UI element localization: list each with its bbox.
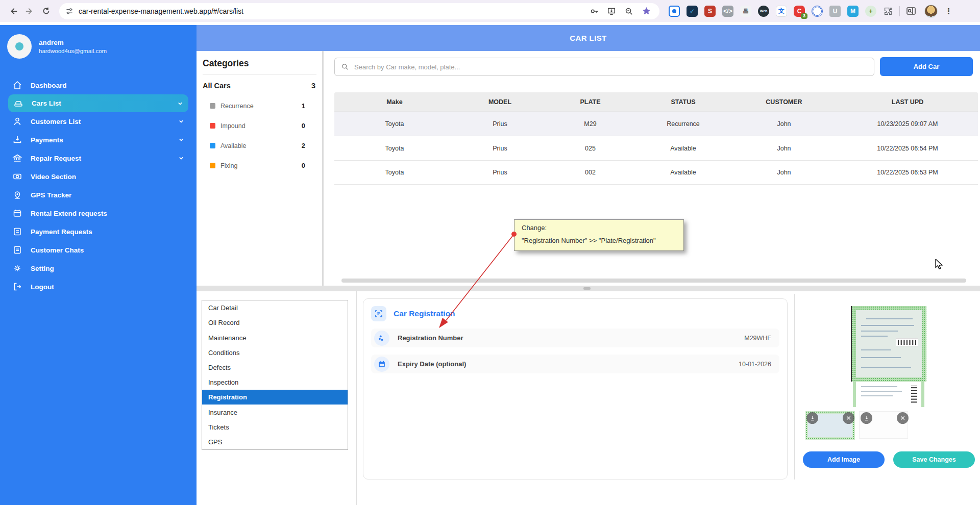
registration-number-row[interactable]: Registration Number M29WHF bbox=[371, 329, 779, 347]
cell-plate: 002 bbox=[545, 169, 635, 176]
extension-check-icon[interactable]: ✓ bbox=[687, 6, 698, 17]
extension-u-icon[interactable]: U bbox=[829, 6, 841, 17]
recurrence-color-swatch bbox=[210, 103, 215, 109]
extensions-puzzle-icon[interactable] bbox=[883, 6, 893, 16]
url-bar[interactable]: car-rental-expense-management.web.app/#/… bbox=[59, 3, 659, 19]
dots-icon bbox=[374, 331, 389, 346]
document-icon bbox=[12, 226, 22, 237]
extension-ring-icon[interactable] bbox=[812, 6, 823, 17]
url-text[interactable]: car-rental-expense-management.web.app/#/… bbox=[79, 7, 590, 15]
cell-customer: John bbox=[731, 169, 837, 176]
tab-defects[interactable]: Defects bbox=[202, 360, 348, 375]
user-profile[interactable]: andrem hardwood4us@gmail.com bbox=[0, 25, 197, 68]
all-cars-count: 3 bbox=[311, 82, 315, 90]
site-settings-icon[interactable] bbox=[65, 7, 74, 15]
tab-tickets[interactable]: Tickets bbox=[202, 420, 348, 435]
tab-registration[interactable]: Registration bbox=[202, 390, 348, 405]
tab-gps[interactable]: GPS bbox=[202, 435, 348, 449]
extension-plus-icon[interactable]: + bbox=[865, 6, 876, 17]
sidebar-item-repair-request[interactable]: Repair Request bbox=[0, 149, 197, 167]
sidebar-item-gps-tracker[interactable]: GPS Tracker bbox=[0, 186, 197, 204]
split-divider-handle[interactable] bbox=[583, 287, 591, 290]
sidebar-item-label: Repair Request bbox=[31, 155, 81, 162]
chevron-down-icon[interactable] bbox=[177, 117, 185, 125]
side-panel-search-icon[interactable] bbox=[906, 6, 916, 16]
tab-conditions[interactable]: Conditions bbox=[202, 345, 348, 360]
category-label: Impound bbox=[220, 122, 246, 130]
registration-document-preview[interactable] bbox=[851, 306, 926, 407]
remove-thumbnail-2-button[interactable] bbox=[897, 412, 909, 424]
sidebar-item-logout[interactable]: Logout bbox=[0, 277, 197, 296]
table-row[interactable]: Toyota Prius 025 Available John 10/22/20… bbox=[334, 136, 978, 160]
receipt-barcode bbox=[911, 385, 917, 403]
remove-thumbnail-1-button[interactable] bbox=[843, 412, 854, 424]
all-cars-label: All Cars bbox=[203, 82, 231, 90]
person-icon bbox=[12, 116, 22, 127]
category-fixing[interactable]: Fixing 0 bbox=[210, 162, 305, 169]
sidebar-item-cars-list[interactable]: Cars List bbox=[8, 94, 188, 112]
category-impound[interactable]: Impound 0 bbox=[210, 122, 305, 130]
gear-icon bbox=[12, 263, 22, 273]
chevron-down-icon[interactable] bbox=[177, 154, 185, 162]
category-recurrence[interactable]: Recurrence 1 bbox=[210, 102, 305, 110]
extension-code-icon[interactable]: </> bbox=[722, 6, 733, 17]
logout-icon bbox=[12, 282, 22, 292]
expiry-date-row[interactable]: Expiry Date (optional) 10-01-2026 bbox=[371, 355, 779, 373]
certificate-image bbox=[851, 306, 926, 382]
table-row[interactable]: Toyota Prius M29 Recurrence John 10/23/2… bbox=[334, 111, 978, 136]
chevron-down-icon[interactable] bbox=[176, 99, 184, 108]
download-thumbnail-2-button[interactable] bbox=[861, 412, 872, 424]
extension-c-badge-icon[interactable]: C3 bbox=[794, 6, 805, 17]
tab-maintenance[interactable]: Maintenance bbox=[202, 330, 348, 345]
forward-button[interactable] bbox=[21, 3, 38, 19]
tab-inspection[interactable]: Inspection bbox=[202, 375, 348, 390]
sidebar-item-label: Dashboard bbox=[31, 82, 67, 89]
chevron-down-icon[interactable] bbox=[177, 136, 185, 144]
tab-oil-record[interactable]: Oil Record bbox=[202, 315, 348, 330]
extension-dot-icon[interactable] bbox=[669, 6, 680, 17]
extension-seo-icon[interactable]: S bbox=[704, 6, 716, 17]
sidebar-item-payment-requests[interactable]: Payment Requests bbox=[0, 222, 197, 241]
install-app-icon[interactable] bbox=[607, 7, 616, 16]
browser-menu-kebab-icon[interactable]: ⋮ bbox=[945, 7, 952, 16]
tab-insurance[interactable]: Insurance bbox=[202, 405, 348, 419]
car-search-input[interactable]: Search by Car make, model, plate... bbox=[334, 58, 874, 76]
sidebar-item-video-section[interactable]: Video Section bbox=[0, 167, 197, 186]
search-placeholder: Search by Car make, model, plate... bbox=[354, 63, 460, 71]
category-available[interactable]: Available 2 bbox=[210, 142, 305, 149]
sidebar-item-customer-chats[interactable]: Customer Chats bbox=[0, 241, 197, 259]
extension-web-icon[interactable]: Web bbox=[758, 6, 769, 17]
table-row[interactable]: Toyota Prius 002 Available John 10/22/20… bbox=[334, 160, 978, 185]
cell-customer: John bbox=[731, 120, 837, 128]
table-header-row: Make MODEL PLATE STATUS CUSTOMER LAST UP… bbox=[334, 92, 978, 111]
extension-m-icon[interactable]: M bbox=[847, 6, 859, 17]
bookmark-star-icon[interactable] bbox=[642, 6, 651, 16]
annotation-arrow bbox=[434, 230, 521, 332]
sidebar-item-customers-list[interactable]: Customers List bbox=[0, 112, 197, 131]
sidebar-item-payments[interactable]: Payments bbox=[0, 131, 197, 149]
sidebar-item-rental-extend-requests[interactable]: Rental Extend requests bbox=[0, 204, 197, 222]
reload-button[interactable] bbox=[38, 3, 54, 19]
category-all-cars[interactable]: All Cars 3 bbox=[203, 82, 315, 90]
browser-profile-avatar[interactable] bbox=[924, 5, 938, 18]
download-thumbnail-1-button[interactable] bbox=[806, 412, 818, 424]
categories-scroll-divider bbox=[322, 51, 324, 286]
available-color-swatch bbox=[210, 143, 215, 148]
profile-email: hardwood4us@gmail.com bbox=[39, 48, 107, 54]
extension-translate-icon[interactable]: 文 bbox=[776, 6, 787, 17]
tab-car-detail[interactable]: Car Detail bbox=[202, 300, 348, 315]
cell-make: Toyota bbox=[334, 169, 455, 176]
extension-print-icon[interactable]: 🖶 bbox=[740, 6, 751, 17]
add-car-button[interactable]: Add Car bbox=[880, 57, 973, 76]
password-key-icon[interactable] bbox=[590, 7, 599, 16]
add-image-button[interactable]: Add Image bbox=[803, 451, 885, 468]
zoom-icon[interactable] bbox=[624, 7, 633, 16]
extension-badge: 3 bbox=[801, 13, 807, 19]
save-changes-button[interactable]: Save Changes bbox=[893, 451, 975, 468]
back-button[interactable] bbox=[5, 3, 21, 19]
home-icon bbox=[12, 80, 22, 90]
fixing-color-swatch bbox=[210, 163, 215, 168]
category-count: 2 bbox=[302, 142, 305, 149]
sidebar-item-setting[interactable]: Setting bbox=[0, 259, 197, 277]
sidebar-item-dashboard[interactable]: Dashboard bbox=[0, 76, 197, 94]
